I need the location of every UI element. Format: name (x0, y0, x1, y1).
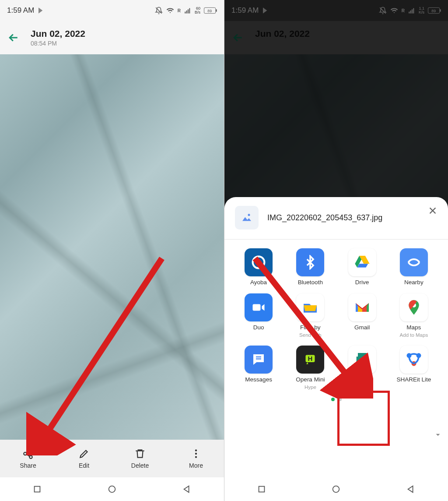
svg-point-8 (29, 449, 32, 452)
opera-mini-icon: H (302, 352, 318, 367)
svg-rect-1 (185, 12, 186, 14)
edit-label: Edit (79, 462, 89, 469)
android-navbar (0, 477, 224, 501)
nav-home-icon[interactable] (107, 484, 117, 494)
wifi-icon (166, 7, 174, 14)
more-icon (190, 448, 202, 459)
share-app-bluetooth[interactable]: Bluetooth (287, 248, 334, 286)
files-icon (301, 299, 319, 316)
share-file-row: IMG_20220602_205453_637.jpg (235, 206, 438, 229)
more-label: More (189, 462, 203, 469)
header-time: 08:54 PM (31, 40, 85, 47)
signal-icon (184, 7, 191, 14)
delete-icon (134, 448, 146, 459)
svg-rect-4 (189, 8, 190, 14)
svg-point-29 (256, 260, 261, 265)
app-header: Jun 02, 2022 08:54 PM (0, 21, 224, 54)
status-time: 1:59 AM (7, 6, 34, 15)
left-screenshot: 1:59 AM R 60B/s 89 Jun 02, 2022 08:54 PM… (0, 0, 224, 501)
svg-point-13 (195, 449, 197, 451)
status-bar: 1:59 AM R 60B/s 89 (0, 0, 224, 21)
svg-point-15 (195, 456, 197, 458)
share-app-messages[interactable]: Messages (235, 346, 282, 390)
svg-rect-30 (253, 304, 261, 311)
svg-point-40 (333, 486, 340, 493)
svg-rect-16 (35, 487, 40, 492)
share-app-opera-mini[interactable]: H Opera Mini Hype (287, 346, 334, 390)
roaming-indicator: R (178, 8, 181, 13)
share-app-gmail[interactable]: Gmail (339, 293, 386, 338)
share-app-maps[interactable]: Maps Add to Maps (390, 293, 438, 338)
drive-icon (354, 254, 371, 271)
nav-recents-icon[interactable] (32, 484, 42, 494)
ayoba-icon (250, 254, 267, 271)
share-app-files[interactable]: Files by Send with (287, 293, 334, 338)
expand-caret-icon[interactable] (434, 431, 442, 439)
svg-rect-6 (216, 9, 217, 11)
page-indicator (235, 398, 438, 401)
back-arrow-icon[interactable] (7, 31, 20, 44)
svg-text:H: H (308, 355, 313, 362)
play-store-icon (38, 7, 45, 14)
divider (224, 239, 448, 240)
bottom-toolbar: Share Edit Delete More (0, 440, 224, 477)
share-app-ayoba[interactable]: Ayoba (235, 248, 282, 286)
svg-rect-2 (186, 11, 187, 14)
svg-rect-39 (259, 487, 265, 492)
nearby-icon (406, 254, 422, 271)
share-app-print[interactable]: Print (339, 346, 386, 390)
image-icon (240, 211, 253, 224)
header-date: Jun 02, 2022 (31, 28, 85, 39)
shareit-icon (404, 350, 424, 369)
svg-point-14 (195, 453, 197, 455)
share-button[interactable]: Share (0, 440, 56, 477)
svg-point-9 (24, 452, 27, 455)
share-filename: IMG_20220602_205453_637.jpg (267, 213, 382, 222)
messages-icon (251, 352, 266, 367)
edit-icon (78, 448, 90, 459)
battery-icon: 89 (204, 7, 217, 14)
nav-back-icon[interactable] (406, 484, 416, 494)
duo-icon (251, 300, 266, 315)
share-app-nearby[interactable]: Nearby (390, 248, 438, 286)
share-app-shareit-lite[interactable]: SHAREit Lite (390, 346, 438, 390)
nav-back-icon[interactable] (182, 484, 192, 494)
nav-home-icon[interactable] (331, 484, 341, 494)
svg-line-12 (26, 455, 29, 456)
edit-button[interactable]: Edit (56, 440, 112, 477)
share-label: Share (20, 462, 36, 469)
svg-point-10 (29, 455, 32, 459)
bell-off-icon (155, 7, 163, 14)
svg-text:89: 89 (207, 9, 212, 13)
share-app-duo[interactable]: Duo (235, 293, 282, 338)
photo-content[interactable] (0, 54, 224, 501)
more-button[interactable]: More (168, 440, 224, 477)
share-app-grid: Ayoba Bluetooth Drive Nearby Duo Files (235, 248, 438, 390)
print-icon (354, 351, 371, 368)
bluetooth-icon (303, 255, 318, 270)
android-navbar (224, 477, 448, 501)
share-icon (22, 448, 34, 459)
maps-icon (405, 299, 423, 316)
pager-dot (338, 398, 342, 401)
delete-label: Delete (131, 462, 149, 469)
svg-point-27 (248, 214, 250, 216)
svg-line-11 (26, 451, 29, 453)
share-sheet: IMG_20220602_205453_637.jpg Ayoba Blueto… (224, 197, 448, 477)
svg-rect-3 (188, 9, 189, 13)
right-screenshot: 1:59 AM R 1.1K/s 89 Jun 02, 2022 08:54 P… (224, 0, 448, 501)
net-speed: 60B/s (195, 7, 200, 14)
pager-dot-active (331, 398, 335, 401)
nav-recents-icon[interactable] (257, 484, 266, 494)
svg-point-17 (109, 486, 116, 493)
file-thumbnail (235, 206, 259, 229)
close-icon[interactable] (428, 206, 438, 215)
share-app-drive[interactable]: Drive (339, 248, 386, 286)
gmail-icon (354, 299, 371, 316)
delete-button[interactable]: Delete (112, 440, 168, 477)
